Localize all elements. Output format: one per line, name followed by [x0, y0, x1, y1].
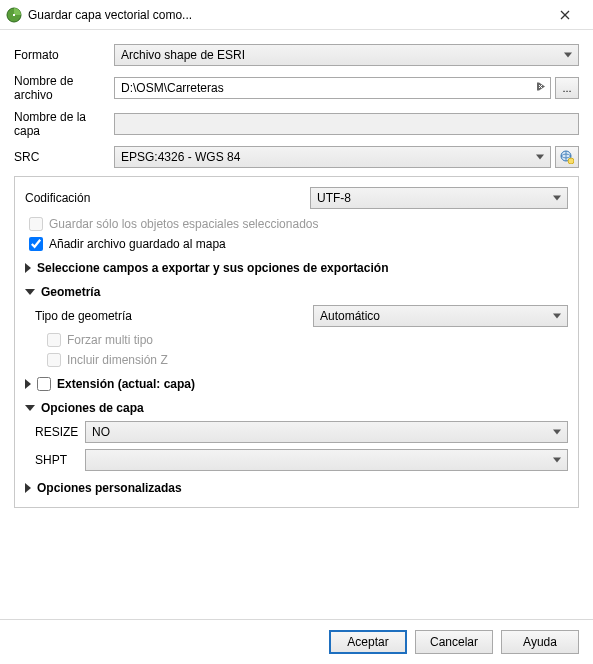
- geometry-type-select[interactable]: Automático: [313, 305, 568, 327]
- force-multi-label: Forzar multi tipo: [67, 333, 153, 347]
- formato-select[interactable]: Archivo shape de ESRI: [114, 44, 579, 66]
- chevron-right-icon: [25, 263, 31, 273]
- window-title: Guardar capa vectorial como...: [28, 8, 545, 22]
- include-z-label: Incluir dimensión Z: [67, 353, 168, 367]
- geometry-section-header[interactable]: Geometría: [25, 285, 568, 299]
- force-multi-checkbox: [47, 333, 61, 347]
- close-button[interactable]: [545, 1, 585, 29]
- fields-section-header[interactable]: Seleccione campos a exportar y sus opcio…: [25, 261, 568, 275]
- geometry-header-label: Geometría: [41, 285, 100, 299]
- svg-point-7: [568, 158, 574, 164]
- chevron-down-icon: [25, 405, 35, 411]
- svg-rect-1: [13, 14, 15, 16]
- fields-header-label: Seleccione campos a exportar y sus opcio…: [37, 261, 388, 275]
- crs-picker-button[interactable]: [555, 146, 579, 168]
- options-group: Codificación UTF-8 Guardar sólo los obje…: [14, 176, 579, 508]
- extent-header-label: Extensión (actual: capa): [57, 377, 195, 391]
- button-bar: Aceptar Cancelar Ayuda: [0, 619, 593, 664]
- encoding-label: Codificación: [25, 191, 310, 205]
- resize-select[interactable]: NO: [85, 421, 568, 443]
- filename-label: Nombre de archivo: [14, 74, 114, 102]
- resize-label: RESIZE: [35, 425, 85, 439]
- ok-button[interactable]: Aceptar: [329, 630, 407, 654]
- chevron-right-icon: [25, 379, 31, 389]
- chevron-right-icon: [25, 483, 31, 493]
- encoding-select[interactable]: UTF-8: [310, 187, 568, 209]
- shpt-select[interactable]: [85, 449, 568, 471]
- layer-options-section-header[interactable]: Opciones de capa: [25, 401, 568, 415]
- extent-section-header[interactable]: Extensión (actual: capa): [25, 377, 568, 391]
- extent-checkbox[interactable]: [37, 377, 51, 391]
- titlebar: Guardar capa vectorial como...: [0, 0, 593, 30]
- formato-label: Formato: [14, 48, 114, 62]
- custom-options-header-label: Opciones personalizadas: [37, 481, 182, 495]
- app-icon: [6, 7, 22, 23]
- layername-input: [114, 113, 579, 135]
- dialog-content: Formato Archivo shape de ESRI Nombre de …: [0, 30, 593, 518]
- include-z-checkbox: [47, 353, 61, 367]
- layer-options-header-label: Opciones de capa: [41, 401, 144, 415]
- src-select[interactable]: EPSG:4326 - WGS 84: [114, 146, 551, 168]
- src-label: SRC: [14, 150, 114, 164]
- add-to-map-checkbox[interactable]: [29, 237, 43, 251]
- help-button[interactable]: Ayuda: [501, 630, 579, 654]
- shpt-label: SHPT: [35, 453, 85, 467]
- clear-icon[interactable]: [535, 81, 547, 96]
- save-selected-checkbox: [29, 217, 43, 231]
- custom-options-section-header[interactable]: Opciones personalizadas: [25, 481, 568, 495]
- save-selected-label: Guardar sólo los objetos espaciales sele…: [49, 217, 319, 231]
- filename-input[interactable]: [114, 77, 551, 99]
- chevron-down-icon: [25, 289, 35, 295]
- cancel-button[interactable]: Cancelar: [415, 630, 493, 654]
- layername-label: Nombre de la capa: [14, 110, 114, 138]
- geometry-type-label: Tipo de geometría: [35, 309, 313, 323]
- browse-button[interactable]: ...: [555, 77, 579, 99]
- add-to-map-label: Añadir archivo guardado al mapa: [49, 237, 226, 251]
